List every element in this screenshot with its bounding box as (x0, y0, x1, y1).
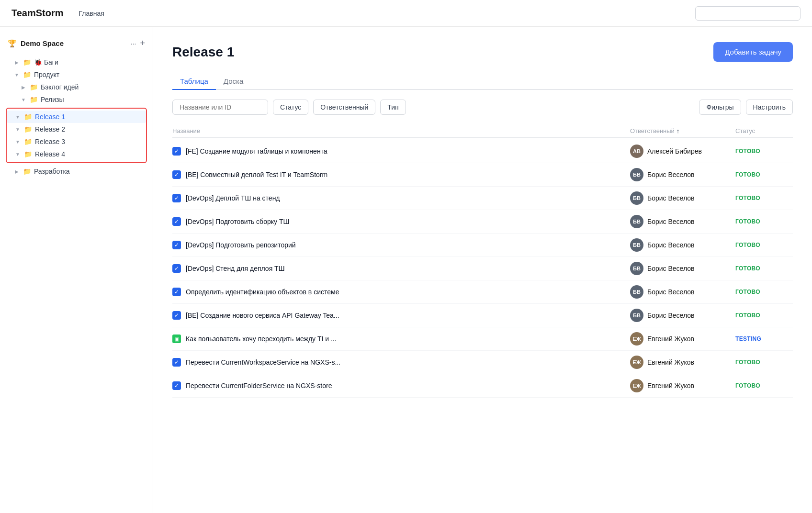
table-row[interactable]: [FE] Создание модуля таблицы и компонент… (172, 140, 793, 163)
chevron-icon: ▶ (20, 85, 27, 90)
status-badge: ГОТОВО (735, 241, 793, 249)
avatar: БВ (630, 215, 643, 228)
tab-table[interactable]: Таблица (172, 73, 216, 90)
sidebar-item-dev[interactable]: ▶ 📁 Разработка (0, 165, 153, 178)
task-type-check-icon (172, 288, 181, 296)
sidebar-item-label: Релизы (41, 96, 64, 103)
task-name: [DevOps] Стенд для деплоя ТШ (172, 264, 630, 273)
type-filter-button[interactable]: Тип (380, 100, 406, 115)
task-assignee: AB Алексей Бибирев (630, 145, 735, 158)
sidebar-item-release2[interactable]: ▼ 📁 Release 2 (7, 123, 146, 135)
task-name: [DevOps] Подготовить сборку ТШ (172, 217, 630, 226)
status-filter-button[interactable]: Статус (273, 100, 308, 115)
sidebar-item-label: Release 2 (35, 125, 65, 133)
table-row[interactable]: Определить идентификацию объектов в сист… (172, 280, 793, 304)
col-header-responsible[interactable]: Ответственный ↑ (630, 127, 735, 134)
task-title: Как пользователь хочу переходить между T… (186, 335, 337, 343)
task-type-check-icon (172, 241, 181, 249)
task-assignee: ЕЖ Евгений Жуков (630, 356, 735, 369)
tab-board[interactable]: Доска (216, 73, 251, 90)
space-title: 🏆 Demo Space (8, 39, 64, 48)
filters-button[interactable]: Фильтры (699, 100, 741, 115)
add-task-button[interactable]: Добавить задачу (713, 42, 793, 62)
release-group: ▼ 📁 Release 1 ▼ 📁 Release 2 ▼ 📁 Release … (6, 108, 147, 163)
settings-button[interactable]: Настроить (746, 100, 793, 115)
more-icon[interactable]: ··· (131, 40, 136, 47)
space-name-label: Demo Space (21, 39, 64, 47)
responsible-filter-button[interactable]: Ответственный (313, 100, 375, 115)
table-row[interactable]: [DevOps] Деплой ТШ на стенд БВ Борис Вес… (172, 187, 793, 210)
add-icon[interactable]: + (140, 38, 145, 48)
task-title: [BE] Создание нового сервиса API Gateway… (186, 312, 339, 319)
table-row[interactable]: [BE] Совместный деплой Test IT и TeamSto… (172, 163, 793, 187)
sidebar-item-release4[interactable]: ▼ 📁 Release 4 (7, 148, 146, 160)
status-badge: ГОТОВО (735, 358, 793, 367)
task-title: [FE] Создание модуля таблицы и компонент… (186, 147, 327, 155)
assignee-name: Евгений Жуков (647, 335, 694, 343)
table-row[interactable]: [DevOps] Стенд для деплоя ТШ БВ Борис Ве… (172, 257, 793, 280)
sidebar-item-bugs[interactable]: ▶ 📁 🐞 Баги (0, 56, 153, 68)
table-row[interactable]: Перевести CurrentWorkspaceService на NGX… (172, 351, 793, 374)
task-type-check-icon (172, 358, 181, 367)
avatar: AB (630, 145, 643, 158)
table-row[interactable]: [DevOps] Подготовить сборку ТШ БВ Борис … (172, 210, 793, 234)
task-search-input[interactable] (172, 100, 268, 115)
task-title: [DevOps] Деплой ТШ на стенд (186, 194, 280, 202)
sidebar-item-releases[interactable]: ▼ 📁 Релизы (0, 93, 153, 106)
global-search-input[interactable] (695, 6, 801, 21)
task-title: Перевести CurrentFolderService на NGXS-s… (186, 382, 332, 390)
sidebar-item-label: Разработка (34, 167, 70, 175)
avatar: БВ (630, 285, 643, 299)
sidebar-item-label: Release 4 (35, 150, 65, 158)
task-type-doc-icon (172, 335, 181, 343)
sidebar-item-product[interactable]: ▼ 📁 Продукт (0, 68, 153, 81)
task-assignee: ЕЖ Евгений Жуков (630, 379, 735, 392)
task-title: [DevOps] Подготовить репозиторий (186, 241, 296, 249)
task-assignee: БВ Борис Веселов (630, 285, 735, 299)
sidebar-item-release3[interactable]: ▼ 📁 Release 3 (7, 135, 146, 148)
task-table: [FE] Создание модуля таблицы и компонент… (172, 140, 793, 398)
folder-icon: 📁 (24, 113, 32, 121)
avatar: ЕЖ (630, 332, 643, 346)
chevron-icon: ▶ (13, 60, 20, 65)
nav-home[interactable]: Главная (79, 10, 104, 17)
app-logo[interactable]: TeamStorm (11, 8, 64, 19)
status-badge: ГОТОВО (735, 288, 793, 296)
sidebar-item-label: 🐞 Баги (34, 58, 58, 66)
status-badge: TESTING (735, 335, 793, 343)
table-row[interactable]: [BE] Создание нового сервиса API Gateway… (172, 304, 793, 327)
logo-storm: Storm (36, 8, 64, 18)
sidebar-item-label: Продукт (34, 71, 59, 78)
task-type-check-icon (172, 264, 181, 273)
assignee-name: Борис Веселов (647, 171, 694, 178)
chevron-icon: ▼ (14, 139, 21, 145)
folder-icon: 📁 (24, 138, 32, 145)
task-type-check-icon (172, 170, 181, 179)
col-header-status: Статус (735, 127, 793, 134)
task-type-check-icon (172, 194, 181, 202)
table-row[interactable]: [DevOps] Подготовить репозиторий БВ Бори… (172, 234, 793, 257)
folder-icon: 📁 (23, 167, 31, 175)
folder-icon: 📁 (30, 96, 38, 103)
table-row[interactable]: Перевести CurrentFolderService на NGXS-s… (172, 374, 793, 398)
assignee-name: Борис Веселов (647, 288, 694, 296)
task-title: [DevOps] Стенд для деплоя ТШ (186, 265, 285, 272)
chevron-icon: ▼ (14, 152, 21, 157)
task-type-check-icon (172, 311, 181, 320)
avatar: БВ (630, 168, 643, 181)
table-row[interactable]: Как пользователь хочу переходить между T… (172, 327, 793, 351)
task-assignee: БВ Борис Веселов (630, 215, 735, 228)
app-layout: 🏆 Demo Space ··· + ▶ 📁 🐞 Баги ▼ 📁 Продук… (0, 27, 812, 513)
status-badge: ГОТОВО (735, 217, 793, 226)
task-assignee: БВ Борис Веселов (630, 168, 735, 181)
sidebar-item-backlog[interactable]: ▶ 📁 Бэклог идей (0, 81, 153, 93)
space-emoji: 🏆 (8, 39, 17, 48)
sidebar-item-label: Release 3 (35, 138, 65, 145)
chevron-icon: ▼ (14, 127, 21, 132)
task-assignee: БВ Борис Веселов (630, 309, 735, 322)
sidebar: 🏆 Demo Space ··· + ▶ 📁 🐞 Баги ▼ 📁 Продук… (0, 27, 153, 513)
assignee-name: Евгений Жуков (647, 382, 694, 390)
assignee-name: Борис Веселов (647, 194, 694, 202)
status-badge: ГОТОВО (735, 147, 793, 156)
sidebar-item-release1[interactable]: ▼ 📁 Release 1 (7, 111, 146, 123)
